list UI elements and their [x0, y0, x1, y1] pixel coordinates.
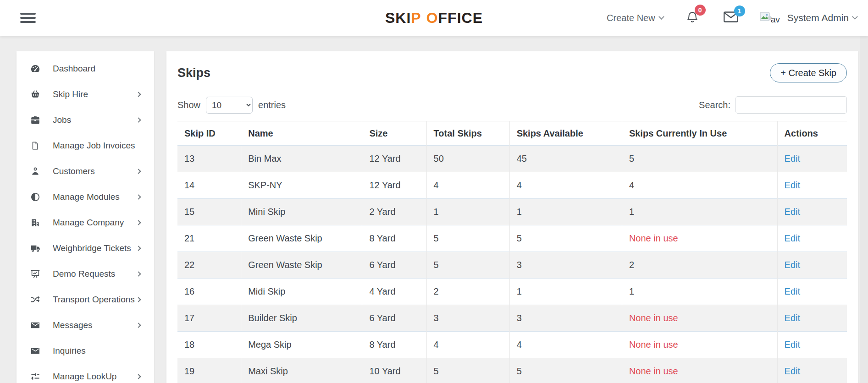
column-header-actions[interactable]: Actions	[777, 121, 847, 146]
cell-skips-available: 3	[509, 252, 622, 279]
file-icon	[29, 140, 41, 152]
column-header-in-use[interactable]: Skips Currently In Use	[622, 121, 777, 146]
cell-skip-id: 17	[177, 305, 241, 332]
chevron-right-icon	[136, 169, 141, 174]
cell-skips-in-use: 5	[622, 146, 777, 172]
truck-icon	[29, 242, 41, 254]
person-icon	[29, 165, 41, 177]
cell-skips-in-use: None in use	[622, 225, 777, 252]
column-header-size[interactable]: Size	[362, 121, 426, 146]
page-scrollbar[interactable]	[860, 36, 868, 383]
create-skip-button[interactable]: + Create Skip	[770, 63, 847, 82]
sidebar-item-label: Manage Modules	[53, 192, 137, 202]
chevron-right-icon	[136, 271, 141, 276]
cell-skips-in-use: 2	[622, 252, 777, 279]
cell-actions: Edit	[777, 146, 847, 172]
cell-size: 6 Yard	[362, 305, 426, 332]
cell-actions: Edit	[777, 172, 847, 199]
user-menu[interactable]: System Admin	[787, 12, 857, 23]
sidebar: Dashboard Skip Hire Jobs Manage Job Invo…	[17, 51, 154, 383]
sidebar-item-skip-hire[interactable]: Skip Hire	[17, 82, 154, 107]
edit-link[interactable]: Edit	[785, 207, 800, 217]
cell-skips-available: 5	[509, 225, 622, 252]
cell-total-skips: 5	[426, 358, 509, 383]
sidebar-item-label: Manage Job Invoices	[53, 141, 140, 151]
messages-badge: 1	[734, 5, 745, 16]
edit-link[interactable]: Edit	[785, 153, 800, 164]
sidebar-item-manage-modules[interactable]: Manage Modules	[17, 184, 154, 210]
cell-skip-id: 22	[177, 252, 241, 279]
cell-total-skips: 4	[426, 332, 509, 358]
logo-text: SKI	[385, 10, 411, 26]
messages-button[interactable]: 1	[723, 11, 739, 25]
sidebar-item-label: Demo Requests	[53, 269, 137, 279]
chevron-right-icon	[136, 374, 141, 379]
sidebar-item-manage-job-invoices[interactable]: Manage Job Invoices	[17, 133, 154, 159]
table-row: 21Green Waste Skip8 Yard55None in useEdi…	[177, 225, 847, 252]
envelope-icon	[29, 319, 41, 331]
cell-actions: Edit	[777, 279, 847, 305]
table-row: 22Green Waste Skip6 Yard532Edit	[177, 252, 847, 279]
edit-link[interactable]: Edit	[785, 180, 800, 190]
sidebar-item-weighbridge-tickets[interactable]: Weighbridge Tickets	[17, 235, 154, 261]
edit-link[interactable]: Edit	[785, 366, 800, 376]
sidebar-item-messages[interactable]: Messages	[17, 312, 154, 338]
column-header-skip-id[interactable]: Skip ID	[177, 121, 241, 146]
sidebar-item-customers[interactable]: Customers	[17, 159, 154, 184]
presentation-chart-icon	[29, 268, 41, 280]
create-new-dropdown[interactable]: Create New	[607, 13, 663, 23]
hamburger-menu-icon[interactable]	[20, 11, 36, 25]
column-header-total[interactable]: Total Skips	[426, 121, 509, 146]
cell-name: Maxi Skip	[241, 358, 362, 383]
edit-link[interactable]: Edit	[785, 339, 800, 350]
table-row: 16Midi Skip4 Yard211Edit	[177, 279, 847, 305]
cell-name: Green Waste Skip	[241, 225, 362, 252]
cell-name: Mega Skip	[241, 332, 362, 358]
sidebar-item-label: Dashboard	[53, 64, 140, 74]
chevron-right-icon	[136, 117, 141, 122]
cell-size: 8 Yard	[362, 332, 426, 358]
cell-skips-available: 1	[509, 279, 622, 305]
page-title: Skips	[177, 66, 210, 80]
cell-skips-available: 45	[509, 146, 622, 172]
column-header-available[interactable]: Skips Available	[509, 121, 622, 146]
sidebar-item-transport-operations[interactable]: Transport Operations	[17, 287, 154, 312]
cell-skip-id: 18	[177, 332, 241, 358]
cell-skips-available: 4	[509, 332, 622, 358]
sidebar-item-jobs[interactable]: Jobs	[17, 107, 154, 133]
user-name: System Admin	[787, 12, 849, 23]
top-header: SKIPOFFICE Create New 0 1 av System Ad	[0, 0, 868, 36]
search-input[interactable]	[735, 96, 847, 114]
page-size-select[interactable]: 10	[206, 97, 253, 114]
sidebar-item-demo-requests[interactable]: Demo Requests	[17, 261, 154, 287]
cell-actions: Edit	[777, 225, 847, 252]
cell-total-skips: 2	[426, 279, 509, 305]
basket-icon	[29, 88, 41, 100]
sidebar-item-manage-lookup[interactable]: Manage LookUp	[17, 364, 154, 383]
cell-total-skips: 4	[426, 172, 509, 199]
column-header-name[interactable]: Name	[241, 121, 362, 146]
cell-skip-id: 21	[177, 225, 241, 252]
cell-skips-available: 5	[509, 358, 622, 383]
sidebar-item-manage-company[interactable]: Manage Company	[17, 210, 154, 235]
cell-size: 10 Yard	[362, 358, 426, 383]
cell-size: 4 Yard	[362, 279, 426, 305]
edit-link[interactable]: Edit	[785, 286, 800, 296]
edit-link[interactable]: Edit	[785, 313, 800, 323]
envelope-icon	[29, 345, 41, 357]
cell-skip-id: 13	[177, 146, 241, 172]
edit-link[interactable]: Edit	[785, 233, 800, 243]
chevron-right-icon	[136, 194, 141, 199]
sidebar-item-label: Weighbridge Tickets	[53, 243, 137, 253]
dashboard-gauge-icon	[29, 63, 41, 75]
edit-link[interactable]: Edit	[785, 260, 800, 270]
user-avatar[interactable]: av	[760, 11, 780, 25]
chevron-right-icon	[136, 297, 141, 302]
sidebar-item-inquiries[interactable]: Inquiries	[17, 338, 154, 364]
notifications-button[interactable]: 0	[686, 10, 699, 26]
cell-skips-available: 4	[509, 172, 622, 199]
cell-size: 12 Yard	[362, 146, 426, 172]
table-row: 19Maxi Skip10 Yard55None in useEdit	[177, 358, 847, 383]
sidebar-item-dashboard[interactable]: Dashboard	[17, 56, 154, 82]
cell-skip-id: 15	[177, 199, 241, 225]
